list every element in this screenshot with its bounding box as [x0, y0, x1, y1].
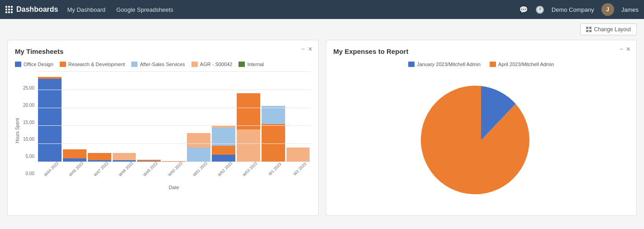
main-header: Dashboards My Dashboard Google Spreadshe… [0, 0, 644, 19]
bar-group [137, 72, 161, 162]
clock-icon[interactable]: 🕐 [535, 5, 544, 14]
nav-google-spreadsheets[interactable]: Google Spreadsheets [116, 6, 173, 13]
legend-label-jan: January 2023/Mitchell Admin [417, 62, 481, 67]
y-tick-20: 20.00 [23, 103, 34, 108]
expenses-controls: − ✕ [620, 46, 631, 52]
bar-segment [262, 124, 285, 162]
header-right: 💬 🕐 Demo Company J James [519, 3, 639, 16]
main-nav: My Dashboard Google Spreadsheets [67, 6, 173, 13]
legend-label-agr: AGR - S00042 [200, 62, 233, 67]
bar-group [262, 72, 285, 162]
company-name: Demo Company [552, 6, 594, 13]
y-tick-5: 5.00 [26, 154, 34, 159]
layout-icon [586, 27, 592, 32]
legend-office-design: Office Design [15, 62, 53, 67]
legend-color-agr [191, 62, 198, 67]
x-label: W50 2022 [166, 159, 186, 179]
pie-chart-area [334, 72, 630, 208]
y-tick-25: 25.00 [23, 86, 34, 91]
timesheets-minimize[interactable]: − [301, 46, 305, 52]
bar-group [162, 72, 186, 162]
x-label: W2 2023 [290, 159, 310, 179]
bar-group [38, 72, 62, 162]
bars-area [37, 72, 311, 162]
legend-internal: Internal [239, 62, 264, 67]
y-tick-0: 0.00 [26, 171, 34, 176]
x-label: W52 2022 [215, 159, 235, 179]
bar-segment [212, 128, 235, 146]
legend-color-research [60, 62, 66, 67]
pie-chart [418, 77, 544, 204]
bar-segment [38, 79, 62, 162]
app-title: Dashboards [16, 5, 58, 14]
x-label: W53 2022 [240, 159, 260, 179]
svg-rect-1 [589, 27, 592, 29]
x-label: W47 2022 [91, 159, 111, 179]
legend-label-office-design: Office Design [24, 62, 53, 67]
legend-jan: January 2023/Mitchell Admin [408, 62, 481, 67]
x-label: W44 2022 [42, 159, 62, 179]
expenses-title: My Expenses to Report [334, 48, 630, 55]
bar-group [88, 72, 111, 162]
legend-label-after-sales: After-Sales Services [140, 62, 185, 67]
x-axis: W44 2022W46 2022W47 2022W48 2022W49 2022… [37, 163, 311, 172]
x-axis-title: Date [37, 185, 311, 190]
dashboard-grid: My Timesheets − ✕ Office Design Research… [0, 40, 644, 223]
legend-label-internal: Internal [247, 62, 264, 67]
legend-color-internal [239, 62, 245, 67]
x-label: W48 2022 [116, 159, 136, 179]
legend-apr: April 2023/Mitchell Admin [490, 62, 554, 67]
bar-group [212, 72, 235, 162]
y-tick-10: 10.00 [23, 137, 34, 142]
change-layout-label: Change Layout [594, 26, 631, 33]
expenses-card: My Expenses to Report − ✕ January 2023/M… [326, 40, 637, 216]
bar-segment [187, 133, 210, 148]
x-label: W1 2023 [265, 159, 285, 179]
legend-agr: AGR - S00042 [191, 62, 233, 67]
legend-label-research: Research & Development [68, 62, 125, 67]
avatar[interactable]: J [601, 3, 614, 16]
bar-segment [212, 146, 235, 155]
x-label: W51 2022 [191, 159, 210, 179]
bar-group [187, 72, 210, 162]
svg-rect-0 [586, 27, 588, 29]
timesheets-title: My Timesheets [15, 48, 311, 55]
grid-icon [5, 6, 13, 13]
y-axis-title: Hours Spent [15, 118, 21, 143]
y-tick-15: 15.00 [23, 120, 34, 125]
legend-after-sales: After-Sales Services [131, 62, 185, 67]
pie-legend: January 2023/Mitchell Admin April 2023/M… [334, 62, 630, 67]
timesheets-controls: − ✕ [301, 46, 313, 52]
user-name: James [621, 6, 639, 13]
chat-icon[interactable]: 💬 [519, 5, 528, 14]
svg-rect-2 [586, 30, 588, 32]
bar-group [63, 72, 86, 162]
legend-color-jan [408, 62, 415, 67]
avatar-initial: J [606, 6, 609, 13]
legend-color-office-design [15, 62, 21, 67]
change-layout-button[interactable]: Change Layout [580, 24, 637, 35]
legend-research: Research & Development [60, 62, 125, 67]
bar-segment [237, 129, 260, 162]
legend-color-apr [490, 62, 496, 67]
bar-group [237, 72, 260, 162]
expenses-close[interactable]: ✕ [626, 46, 631, 52]
nav-my-dashboard[interactable]: My Dashboard [67, 6, 105, 13]
svg-rect-3 [589, 30, 592, 32]
bar-segment [237, 93, 260, 129]
timesheets-legend: Office Design Research & Development Aft… [15, 62, 311, 67]
timesheets-card: My Timesheets − ✕ Office Design Research… [7, 40, 319, 216]
bar-segment [262, 106, 285, 124]
expenses-minimize[interactable]: − [620, 46, 623, 52]
x-label: W46 2022 [66, 159, 86, 179]
legend-label-apr: April 2023/Mitchell Admin [498, 62, 554, 67]
bar-group [113, 72, 136, 162]
toolbar: Change Layout [0, 19, 644, 40]
legend-color-after-sales [131, 62, 138, 67]
app-logo: Dashboards [5, 5, 58, 14]
x-label: W49 2022 [141, 159, 161, 179]
y-axis: 25.00 20.00 15.00 10.00 5.00 0.00 [21, 86, 37, 176]
timesheets-close[interactable]: ✕ [308, 46, 313, 52]
bar-group [286, 72, 310, 162]
bar-segment [63, 149, 86, 158]
